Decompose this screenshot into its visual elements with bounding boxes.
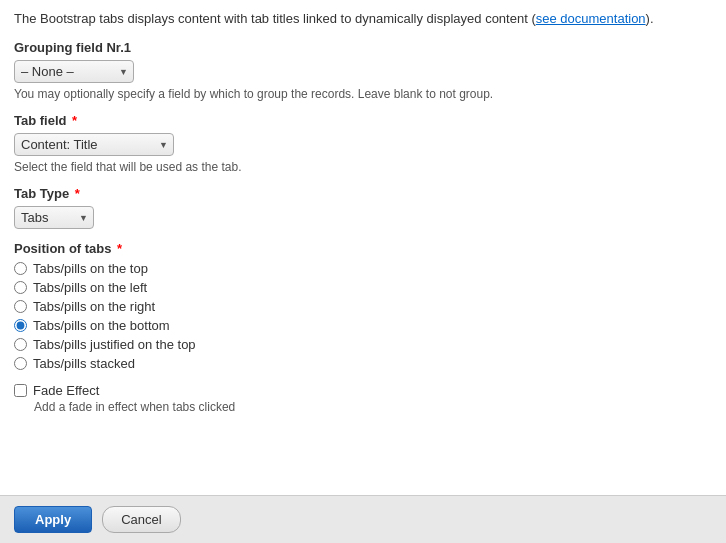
position-radio-group: Tabs/pills on the top Tabs/pills on the …: [14, 261, 712, 371]
position-left-item[interactable]: Tabs/pills on the left: [14, 280, 712, 295]
tab-type-section: Tab Type * Tabs Pills: [14, 186, 712, 229]
position-required: *: [114, 241, 123, 256]
position-right-item[interactable]: Tabs/pills on the right: [14, 299, 712, 314]
intro-text-after: ).: [646, 11, 654, 26]
position-of-tabs-label: Position of tabs *: [14, 241, 712, 256]
position-bottom-item[interactable]: Tabs/pills on the bottom: [14, 318, 712, 333]
tab-field-section: Tab field * Content: Title Content: Body…: [14, 113, 712, 174]
fade-effect-label: Fade Effect: [33, 383, 99, 398]
fade-effect-checkbox[interactable]: [14, 384, 27, 397]
tab-type-label: Tab Type *: [14, 186, 712, 201]
intro-text-before: The Bootstrap tabs displays content with…: [14, 11, 536, 26]
fade-effect-help: Add a fade in effect when tabs clicked: [34, 400, 712, 414]
position-bottom-radio[interactable]: [14, 319, 27, 332]
tab-field-select[interactable]: Content: Title Content: Body Content: Da…: [14, 133, 174, 156]
see-documentation-link[interactable]: see documentation: [536, 11, 646, 26]
tab-field-label: Tab field *: [14, 113, 712, 128]
position-stacked-item[interactable]: Tabs/pills stacked: [14, 356, 712, 371]
cancel-button[interactable]: Cancel: [102, 506, 180, 533]
position-top-label: Tabs/pills on the top: [33, 261, 148, 276]
tab-field-help: Select the field that will be used as th…: [14, 160, 712, 174]
fade-effect-section: Fade Effect Add a fade in effect when ta…: [14, 383, 712, 414]
tab-field-select-wrapper: Content: Title Content: Body Content: Da…: [14, 133, 174, 156]
tab-type-required: *: [71, 186, 80, 201]
grouping-field-select[interactable]: – None – Option 1 Option 2: [14, 60, 134, 83]
intro-paragraph: The Bootstrap tabs displays content with…: [14, 10, 712, 28]
fade-effect-item[interactable]: Fade Effect: [14, 383, 712, 398]
position-top-item[interactable]: Tabs/pills on the top: [14, 261, 712, 276]
main-content: The Bootstrap tabs displays content with…: [0, 0, 726, 414]
apply-button[interactable]: Apply: [14, 506, 92, 533]
position-right-label: Tabs/pills on the right: [33, 299, 155, 314]
position-stacked-radio[interactable]: [14, 357, 27, 370]
tab-type-select-wrapper: Tabs Pills: [14, 206, 94, 229]
footer-bar: Apply Cancel: [0, 495, 726, 543]
position-bottom-label: Tabs/pills on the bottom: [33, 318, 170, 333]
grouping-field-select-wrapper: – None – Option 1 Option 2: [14, 60, 134, 83]
grouping-field-section: Grouping field Nr.1 – None – Option 1 Op…: [14, 40, 712, 101]
position-stacked-label: Tabs/pills stacked: [33, 356, 135, 371]
position-left-label: Tabs/pills on the left: [33, 280, 147, 295]
position-justified-top-item[interactable]: Tabs/pills justified on the top: [14, 337, 712, 352]
tab-field-required: *: [68, 113, 77, 128]
position-justified-top-radio[interactable]: [14, 338, 27, 351]
position-justified-top-label: Tabs/pills justified on the top: [33, 337, 196, 352]
position-top-radio[interactable]: [14, 262, 27, 275]
grouping-field-label: Grouping field Nr.1: [14, 40, 712, 55]
grouping-field-help: You may optionally specify a field by wh…: [14, 87, 712, 101]
position-right-radio[interactable]: [14, 300, 27, 313]
position-left-radio[interactable]: [14, 281, 27, 294]
position-of-tabs-section: Position of tabs * Tabs/pills on the top…: [14, 241, 712, 371]
tab-type-select[interactable]: Tabs Pills: [14, 206, 94, 229]
